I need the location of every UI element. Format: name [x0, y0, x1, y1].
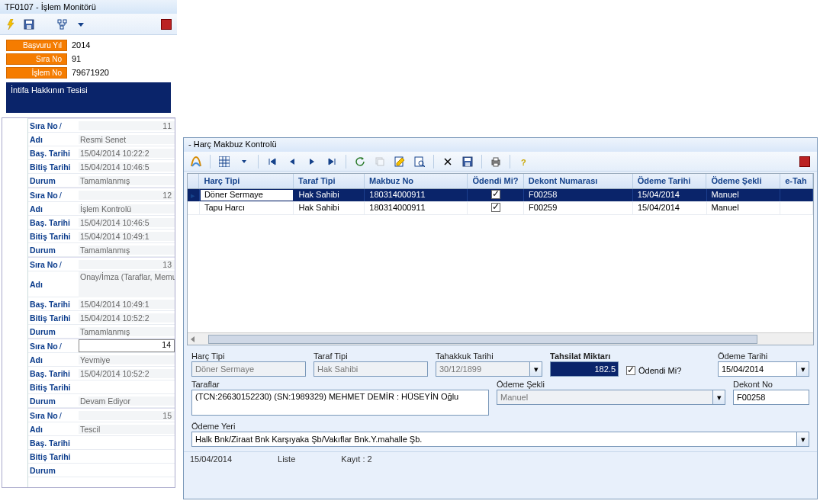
- svg-line-16: [423, 165, 425, 167]
- status-date: 15/04/2014: [190, 454, 232, 464]
- tree-icon[interactable]: [55, 17, 70, 32]
- value-basvuru-yil: 2014: [67, 40, 95, 50]
- copy-icon[interactable]: [372, 154, 387, 169]
- col-taraf-tipi[interactable]: Taraf Tipi: [294, 174, 365, 188]
- label-sira-no: Sıra No: [6, 53, 67, 65]
- field-tahsilat: Tahsilat Miktarı: [550, 352, 619, 378]
- field-taraflar: Taraflar (TCN:26630152230) (SN:1989329) …: [191, 380, 489, 417]
- field-harc-tipi: Harç Tipi: [191, 352, 306, 377]
- process-monitor-panel: TF0107 - İşlem Monitörü Başvuru Yıl2014 …: [0, 0, 177, 504]
- save-icon[interactable]: [21, 17, 37, 32]
- detail-toolbar: ?: [184, 152, 817, 172]
- app-icon[interactable]: [188, 154, 204, 169]
- svg-rect-5: [60, 26, 63, 29]
- svg-rect-14: [415, 157, 423, 166]
- chevron-down-icon[interactable]: ▾: [796, 361, 809, 377]
- zoom-icon[interactable]: [412, 154, 427, 169]
- input-harc-tipi: [191, 361, 306, 377]
- header-block: Başvuru Yıl2014 Sıra No91 İşlem No796719…: [0, 35, 177, 116]
- value-sira-no: 91: [67, 53, 85, 64]
- col-odeme-sekli[interactable]: Ödeme Şekli: [706, 174, 780, 188]
- input-taraf-tipi: [314, 361, 428, 377]
- input-tahakkuk: [436, 361, 529, 377]
- value-islem-no: 79671920: [67, 67, 114, 78]
- print-icon[interactable]: [488, 154, 503, 169]
- label-basvuru-yil: Başvuru Yıl: [6, 40, 67, 51]
- left-toolbar: [0, 14, 177, 35]
- svg-rect-1: [26, 21, 32, 24]
- grid-dropdown-icon[interactable]: [236, 154, 252, 169]
- delete-icon[interactable]: [440, 154, 455, 169]
- svg-text:?: ?: [521, 158, 526, 167]
- table-row[interactable]: Tapu HarcıHak Sahibi180314000911F0025915…: [188, 202, 813, 215]
- help-icon[interactable]: ?: [516, 154, 532, 169]
- process-card[interactable]: Sıra No/12Adıİşlem KontrolüBaş. Tarihi15…: [28, 188, 175, 257]
- nav-prev-icon[interactable]: [285, 154, 300, 169]
- close-panel-button[interactable]: [159, 17, 174, 32]
- input-tahsilat[interactable]: [550, 361, 619, 377]
- status-count: Kayıt : 2: [341, 454, 371, 464]
- form-row-2: Taraflar (TCN:26630152230) (SN:1989329) …: [184, 380, 817, 422]
- input-odeme-sekli: [497, 390, 712, 405]
- process-card[interactable]: Sıra No/11AdıResmi SenetBaş. Tarihi15/04…: [28, 118, 175, 188]
- grid-header: Harç Tipi Taraf Tipi Makbuz No Ödendi Mi…: [188, 174, 813, 189]
- dropdown-icon[interactable]: [73, 17, 88, 32]
- chevron-down-icon: ▾: [529, 361, 542, 377]
- refresh-icon[interactable]: [352, 154, 368, 169]
- field-tahakkuk: Tahakkuk Tarihi ▾: [436, 352, 542, 377]
- save-icon[interactable]: [460, 154, 475, 169]
- status-mode: Liste: [278, 454, 295, 464]
- svg-rect-3: [58, 20, 61, 23]
- edit-icon[interactable]: [392, 154, 407, 169]
- status-bar: 15/04/2014 Liste Kayıt : 2: [184, 451, 817, 465]
- svg-rect-12: [378, 159, 384, 165]
- field-odeme-tarihi: Ödeme Tarihi ▾: [718, 352, 809, 377]
- form-row-3: Ödeme Yeri ▾: [184, 422, 817, 451]
- input-odeme-yeri[interactable]: [191, 432, 796, 447]
- svg-rect-21: [494, 158, 498, 161]
- svg-rect-22: [494, 163, 498, 166]
- col-makbuz-no[interactable]: Makbuz No: [365, 174, 468, 188]
- grid-icon[interactable]: [217, 154, 232, 169]
- table-row[interactable]: ▸Döner SermayeHak Sahibi180314000911F002…: [188, 189, 813, 202]
- close-detail-button[interactable]: [797, 154, 812, 169]
- grid-hscroll[interactable]: [188, 332, 813, 345]
- nav-last-icon[interactable]: [324, 154, 339, 169]
- field-odeme-yeri: Ödeme Yeri ▾: [191, 422, 809, 447]
- col-etah[interactable]: e-Tah: [780, 174, 813, 188]
- field-dekont-no: Dekont No: [733, 380, 809, 417]
- col-dekont[interactable]: Dekont Numarası: [524, 174, 633, 188]
- process-step-list: Sıra No/11AdıResmi SenetBaş. Tarihi15/04…: [2, 117, 175, 488]
- col-harc-tipi[interactable]: Harç Tipi: [199, 174, 294, 188]
- input-odeme-tarihi[interactable]: [718, 361, 796, 377]
- textarea-taraflar[interactable]: (TCN:26630152230) (SN:1989329) MEHMET DE…: [191, 390, 489, 416]
- label-islem-no: İşlem No: [6, 67, 67, 79]
- input-dekont-no[interactable]: [733, 390, 809, 405]
- detail-window-title: - Harç Makbuz Kontrolü: [184, 138, 817, 152]
- svg-rect-19: [465, 162, 470, 166]
- svg-rect-4: [63, 20, 66, 23]
- chevron-down-icon: ▾: [712, 390, 725, 405]
- header-caption: İntifa Hakkının Tesisi: [6, 82, 171, 113]
- svg-rect-18: [465, 158, 471, 161]
- chevron-down-icon[interactable]: ▾: [796, 432, 809, 447]
- process-card[interactable]: Sıra No/14AdıYevmiyeBaş. Tarihi15/04/201…: [28, 339, 175, 408]
- receipt-grid[interactable]: Harç Tipi Taraf Tipi Makbuz No Ödendi Mi…: [187, 173, 814, 345]
- col-odeme-tarihi[interactable]: Ödeme Tarihi: [633, 174, 707, 188]
- field-odeme-sekli: Ödeme Şekli ▾: [497, 380, 725, 417]
- form-row-1: Harç Tipi Taraf Tipi Tahakkuk Tarihi ▾ T…: [184, 347, 817, 380]
- svg-rect-2: [27, 25, 31, 29]
- field-taraf-tipi: Taraf Tipi: [314, 352, 428, 377]
- svg-rect-6: [219, 156, 230, 167]
- checkbox-odendi-mi[interactable]: Ödendi Mi?: [626, 363, 681, 378]
- flash-icon[interactable]: [3, 17, 18, 32]
- receipt-control-window: - Harç Makbuz Kontrolü ? Harç Tipi Taraf…: [183, 137, 818, 499]
- nav-first-icon[interactable]: [265, 154, 280, 169]
- nav-next-icon[interactable]: [304, 154, 320, 169]
- process-card[interactable]: Sıra No/13AdıOnay/İmza (Taraflar, Memur,…: [28, 257, 175, 339]
- col-odendi-mi[interactable]: Ödendi Mi?: [468, 174, 524, 188]
- left-window-title: TF0107 - İşlem Monitörü: [0, 0, 177, 14]
- process-card[interactable]: Sıra No/15AdıTescilBaş. TarihiBitiş Tari…: [28, 408, 175, 477]
